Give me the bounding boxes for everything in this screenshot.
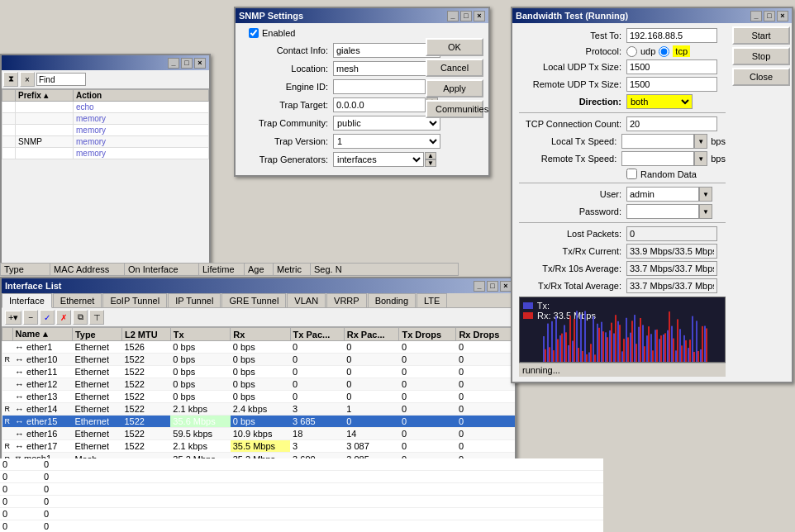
svg-rect-28: [601, 322, 602, 363]
bw-password-input[interactable]: [626, 204, 699, 219]
restore-btn[interactable]: □: [181, 58, 193, 69]
tab-vrrp[interactable]: VRRP: [326, 293, 367, 307]
add-btn[interactable]: +▾: [5, 311, 21, 325]
svg-rect-64: [675, 350, 677, 363]
bw-user-dropdown[interactable]: ▼: [699, 187, 712, 202]
col-rx-drops[interactable]: Rx Drops: [456, 328, 515, 341]
table-row[interactable]: ↔ ether12 Ethernet 1522 0 bps 0 bps 0 0 …: [2, 378, 515, 391]
minimize-btn[interactable]: _: [168, 58, 179, 69]
table-row[interactable]: R ↔ ether15 Ethernet 1522 35.6 Mbps 0 bp…: [2, 416, 515, 428]
col-tx[interactable]: Tx: [170, 328, 230, 341]
iface-close-btn[interactable]: ×: [500, 281, 512, 292]
snmp-apply-btn[interactable]: Apply: [426, 79, 483, 97]
col-type[interactable]: Type: [72, 328, 121, 341]
snmp-minimize-btn[interactable]: _: [447, 11, 459, 21]
table-row[interactable]: ↔ ether16 Ethernet 1522 59.5 kbps 10.9 k…: [2, 428, 515, 440]
snmp-trap-version-select[interactable]: 1: [333, 134, 440, 149]
row-name: ↔ ether1: [12, 341, 72, 354]
tab-interface[interactable]: Interface: [2, 293, 52, 308]
col-prefix[interactable]: Prefix ▴: [16, 90, 74, 102]
bw-graph-svg: [543, 297, 725, 363]
col-rx[interactable]: Rx: [231, 328, 290, 341]
snmp-communities-btn[interactable]: Communities: [426, 100, 483, 118]
col-tx-drops[interactable]: Tx Drops: [399, 328, 456, 341]
tab-ip-tunnel[interactable]: IP Tunnel: [168, 293, 221, 307]
bw-test-to-input[interactable]: [626, 28, 717, 43]
log-table-row[interactable]: SNMP memory: [2, 136, 209, 148]
filter-icon[interactable]: ⧗: [3, 72, 18, 87]
snmp-close-btn[interactable]: ×: [474, 11, 485, 21]
bw-password-dropdown[interactable]: ▼: [699, 204, 712, 219]
search-input[interactable]: [36, 73, 86, 86]
bw-remote-tx-dropdown[interactable]: ▼: [694, 151, 707, 166]
bw-remote-tx-input[interactable]: [621, 151, 694, 166]
rx-legend-color: [523, 312, 533, 319]
table-row[interactable]: R ↔ ether17 Ethernet 1522 2.1 kbps 35.5 …: [2, 440, 515, 453]
filter-btn[interactable]: ⊤: [89, 310, 104, 325]
iface-restore-btn[interactable]: □: [487, 281, 498, 292]
snmp-cancel-btn[interactable]: Cancel: [426, 59, 483, 77]
snmp-restore-btn[interactable]: □: [460, 11, 472, 21]
tab-lte[interactable]: LTE: [417, 293, 447, 307]
tab-vlan[interactable]: VLAN: [287, 293, 326, 307]
bw-user-input[interactable]: [626, 187, 699, 202]
snmp-location-input[interactable]: [333, 61, 440, 76]
bw-start-btn[interactable]: Start: [732, 26, 790, 45]
bw-random-data-checkbox[interactable]: [626, 169, 637, 179]
table-row[interactable]: R ↔ ether10 Ethernet 1522 0 bps 0 bps 0 …: [2, 354, 515, 366]
snmp-engine-input[interactable]: [333, 79, 426, 94]
bw-udp-radio[interactable]: [626, 46, 637, 57]
close-btn[interactable]: ×: [194, 58, 206, 69]
close-icon[interactable]: ×: [20, 72, 35, 87]
col-rx-pac[interactable]: Rx Pac...: [344, 328, 399, 341]
remove-btn[interactable]: −: [23, 310, 38, 325]
tab-eoip-tunnel[interactable]: EoIP Tunnel: [102, 293, 167, 307]
svg-rect-62: [671, 326, 673, 363]
log-table-row[interactable]: memory: [2, 148, 209, 159]
stats-c2: 0: [41, 520, 603, 533]
log-table-row[interactable]: memory: [2, 125, 209, 136]
col-tx-pac[interactable]: Tx Pac...: [290, 328, 344, 341]
trap-gen-down-btn[interactable]: ▼: [425, 159, 436, 167]
row-rx: 0 bps: [231, 366, 290, 378]
snmp-engine-label: Engine ID:: [242, 82, 333, 92]
bw-close-btn[interactable]: Close: [732, 68, 790, 86]
disable-btn[interactable]: ✗: [56, 310, 71, 325]
bw-remote-udp-input[interactable]: [626, 77, 717, 92]
tab-bonding[interactable]: Bonding: [368, 293, 416, 307]
iface-minimize-btn[interactable]: _: [474, 281, 485, 292]
svg-rect-50: [646, 335, 648, 363]
table-row[interactable]: ↔ ether1 Ethernet 1526 0 bps 0 bps 0 0 0…: [2, 341, 515, 354]
edit-btn[interactable]: ✓: [40, 310, 55, 325]
table-row[interactable]: R ↔ ether14 Ethernet 1522 2.1 kbps 2.4 k…: [2, 403, 515, 416]
bw-close-win-btn[interactable]: ×: [777, 11, 788, 21]
bw-tcp-count-input[interactable]: [626, 116, 717, 131]
col-l2mtu[interactable]: L2 MTU: [121, 328, 170, 341]
svg-rect-5: [553, 350, 555, 363]
snmp-ok-btn[interactable]: OK: [426, 38, 483, 56]
snmp-trap-community-select[interactable]: public: [333, 116, 440, 131]
trap-gen-up-btn[interactable]: ▲: [425, 152, 436, 159]
bw-stop-btn[interactable]: Stop: [732, 47, 790, 65]
snmp-enabled-checkbox[interactable]: [249, 28, 259, 38]
bw-tcp-radio[interactable]: [659, 46, 669, 57]
bw-direction-select[interactable]: both upload download: [626, 94, 693, 109]
col-action[interactable]: Action: [74, 90, 209, 102]
table-row[interactable]: ↔ ether11 Ethernet 1522 0 bps 0 bps 0 0 …: [2, 366, 515, 378]
table-row[interactable]: ↔ ether13 Ethernet 1522 0 bps 0 bps 0 0 …: [2, 391, 515, 403]
bw-local-tx-dropdown[interactable]: ▼: [694, 134, 707, 149]
snmp-trap-generators-select[interactable]: interfaces: [333, 152, 424, 167]
bw-direction-row: Direction: both upload download: [519, 94, 726, 109]
bw-restore-btn[interactable]: □: [764, 11, 775, 21]
bw-minimize-btn[interactable]: _: [750, 11, 762, 21]
snmp-trap-target-input[interactable]: [333, 97, 426, 112]
tab-gre-tunnel[interactable]: GRE Tunnel: [221, 293, 286, 307]
tab-ethernet[interactable]: Ethernet: [53, 293, 102, 307]
snmp-contact-input[interactable]: [333, 43, 440, 58]
log-table-row[interactable]: memory: [2, 113, 209, 125]
col-name[interactable]: Name ▴: [12, 328, 72, 341]
bw-local-tx-input[interactable]: [621, 134, 694, 149]
log-table-row[interactable]: echo: [2, 102, 209, 113]
copy-btn[interactable]: ⧉: [73, 310, 88, 325]
bw-local-udp-input[interactable]: [626, 59, 717, 74]
